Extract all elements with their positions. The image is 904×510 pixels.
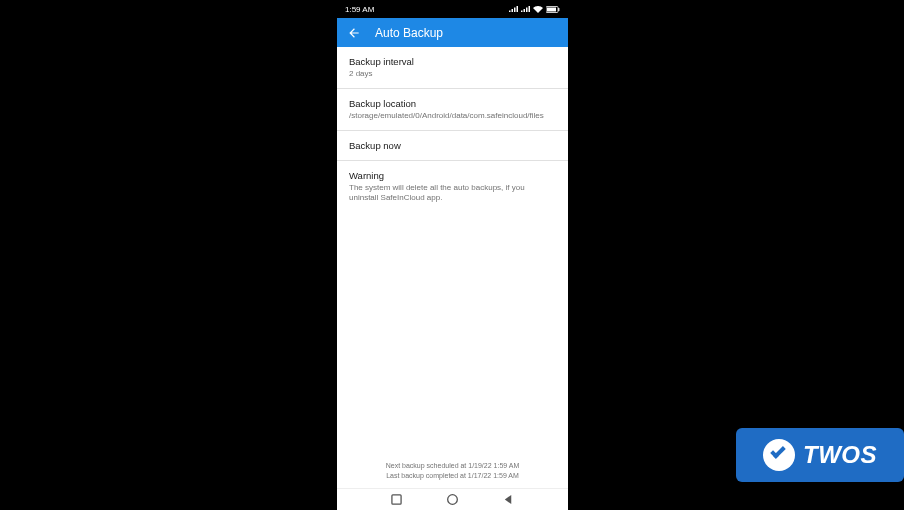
spacer [337, 212, 568, 455]
status-icons [509, 6, 560, 13]
battery-icon [546, 6, 560, 13]
backup-interval-value: 2 days [349, 69, 556, 79]
status-bar: 1:59 AM [337, 0, 568, 18]
phone-frame: 1:59 AM Auto Backup Backup interval 2 da… [337, 0, 568, 510]
warning-row: Warning The system will delete all the a… [337, 161, 568, 212]
last-backup-text: Last backup completed at 1/17/22 1:59 AM [337, 471, 568, 480]
signal-icon [509, 6, 518, 13]
warning-text: The system will delete all the auto back… [349, 183, 556, 203]
backup-interval-row[interactable]: Backup interval 2 days [337, 47, 568, 89]
nav-home-icon[interactable] [446, 493, 459, 506]
svg-rect-3 [392, 495, 401, 504]
twos-badge: TWOS [736, 428, 904, 482]
next-backup-text: Next backup scheduled at 1/19/22 1:59 AM [337, 461, 568, 470]
checkmark-icon [763, 439, 795, 471]
backup-schedule-info: Next backup scheduled at 1/19/22 1:59 AM… [337, 455, 568, 488]
badge-text: TWOS [803, 441, 877, 469]
status-time: 1:59 AM [345, 5, 374, 14]
backup-location-title: Backup location [349, 98, 556, 109]
nav-back-icon[interactable] [503, 494, 514, 505]
wifi-icon [533, 6, 543, 13]
signal-icon-2 [521, 6, 530, 13]
content-area: Backup interval 2 days Backup location /… [337, 47, 568, 488]
backup-location-value: /storage/emulated/0/Android/data/com.saf… [349, 111, 556, 121]
app-bar: Auto Backup [337, 18, 568, 47]
nav-bar [337, 488, 568, 510]
backup-now-row[interactable]: Backup now [337, 131, 568, 161]
backup-now-title: Backup now [349, 140, 556, 151]
backup-interval-title: Backup interval [349, 56, 556, 67]
svg-point-4 [448, 495, 458, 505]
svg-rect-1 [547, 7, 556, 11]
back-icon[interactable] [347, 26, 361, 40]
backup-location-row[interactable]: Backup location /storage/emulated/0/Andr… [337, 89, 568, 131]
warning-title: Warning [349, 170, 556, 181]
svg-rect-2 [558, 8, 559, 11]
nav-recent-icon[interactable] [391, 494, 402, 505]
page-title: Auto Backup [375, 26, 443, 40]
